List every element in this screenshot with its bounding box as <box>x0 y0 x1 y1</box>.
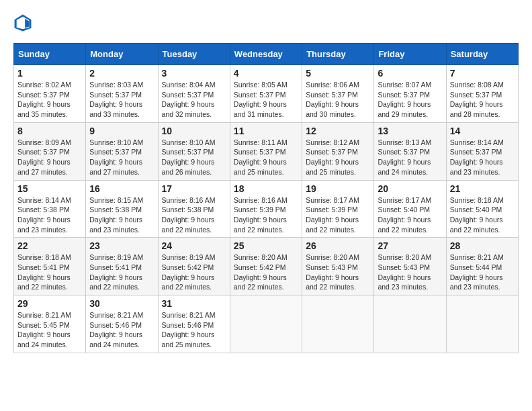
day-info: Sunrise: 8:17 AM Sunset: 5:39 PM Dayligh… <box>306 195 370 235</box>
header-wednesday: Wednesday <box>230 44 302 65</box>
calendar-day-cell: 14 Sunrise: 8:14 AM Sunset: 5:37 PM Dayl… <box>446 122 518 180</box>
day-info: Sunrise: 8:20 AM Sunset: 5:43 PM Dayligh… <box>378 253 442 292</box>
day-number: 22 <box>17 240 82 251</box>
day-info: Sunrise: 8:05 AM Sunset: 5:37 PM Dayligh… <box>234 80 298 120</box>
day-info: Sunrise: 8:16 AM Sunset: 5:39 PM Dayligh… <box>234 195 298 235</box>
day-info: Sunrise: 8:19 AM Sunset: 5:42 PM Dayligh… <box>162 253 226 292</box>
calendar-day-cell: 12 Sunrise: 8:12 AM Sunset: 5:37 PM Dayl… <box>302 122 374 180</box>
calendar-day-cell: 23 Sunrise: 8:19 AM Sunset: 5:41 PM Dayl… <box>86 238 158 295</box>
calendar-day-cell: 9 Sunrise: 8:10 AM Sunset: 5:37 PM Dayli… <box>86 122 158 180</box>
calendar-day-cell: 18 Sunrise: 8:16 AM Sunset: 5:39 PM Dayl… <box>230 180 302 238</box>
calendar-empty-cell <box>446 295 518 353</box>
day-number: 4 <box>234 68 298 79</box>
day-number: 9 <box>89 126 154 136</box>
day-info: Sunrise: 8:10 AM Sunset: 5:37 PM Dayligh… <box>89 138 154 177</box>
day-info: Sunrise: 8:09 AM Sunset: 5:37 PM Dayligh… <box>17 138 82 177</box>
day-number: 14 <box>450 126 515 136</box>
day-info: Sunrise: 8:04 AM Sunset: 5:37 PM Dayligh… <box>162 80 226 120</box>
calendar-day-cell: 31 Sunrise: 8:21 AM Sunset: 5:46 PM Dayl… <box>158 295 230 353</box>
day-number: 30 <box>89 298 154 309</box>
logo <box>13 13 35 32</box>
day-info: Sunrise: 8:14 AM Sunset: 5:38 PM Dayligh… <box>17 195 82 235</box>
calendar-day-cell: 16 Sunrise: 8:15 AM Sunset: 5:38 PM Dayl… <box>86 180 158 238</box>
calendar-day-cell: 15 Sunrise: 8:14 AM Sunset: 5:38 PM Dayl… <box>14 180 86 238</box>
calendar-day-cell: 4 Sunrise: 8:05 AM Sunset: 5:37 PM Dayli… <box>230 65 302 123</box>
calendar-day-cell: 24 Sunrise: 8:19 AM Sunset: 5:42 PM Dayl… <box>158 238 230 295</box>
calendar-week-row: 15 Sunrise: 8:14 AM Sunset: 5:38 PM Dayl… <box>14 180 519 238</box>
day-number: 2 <box>89 68 154 79</box>
calendar-day-cell: 7 Sunrise: 8:08 AM Sunset: 5:37 PM Dayli… <box>446 65 518 123</box>
calendar-day-cell: 6 Sunrise: 8:07 AM Sunset: 5:37 PM Dayli… <box>374 65 446 123</box>
day-info: Sunrise: 8:21 AM Sunset: 5:46 PM Dayligh… <box>89 310 154 350</box>
day-info: Sunrise: 8:16 AM Sunset: 5:38 PM Dayligh… <box>162 195 226 235</box>
calendar-day-cell: 5 Sunrise: 8:06 AM Sunset: 5:37 PM Dayli… <box>302 65 374 123</box>
day-number: 29 <box>17 298 82 309</box>
calendar-day-cell: 17 Sunrise: 8:16 AM Sunset: 5:38 PM Dayl… <box>158 180 230 238</box>
calendar-day-cell: 26 Sunrise: 8:20 AM Sunset: 5:43 PM Dayl… <box>302 238 374 295</box>
calendar-empty-cell <box>302 295 374 353</box>
day-number: 26 <box>306 240 370 251</box>
day-number: 3 <box>162 68 226 79</box>
day-info: Sunrise: 8:17 AM Sunset: 5:40 PM Dayligh… <box>378 195 442 235</box>
calendar-week-row: 29 Sunrise: 8:21 AM Sunset: 5:45 PM Dayl… <box>14 295 519 353</box>
day-info: Sunrise: 8:20 AM Sunset: 5:42 PM Dayligh… <box>234 253 298 292</box>
day-info: Sunrise: 8:03 AM Sunset: 5:37 PM Dayligh… <box>89 80 154 120</box>
day-number: 7 <box>450 68 515 79</box>
day-info: Sunrise: 8:12 AM Sunset: 5:37 PM Dayligh… <box>306 138 370 177</box>
calendar-week-row: 22 Sunrise: 8:18 AM Sunset: 5:41 PM Dayl… <box>14 238 519 295</box>
day-info: Sunrise: 8:11 AM Sunset: 5:37 PM Dayligh… <box>234 138 298 177</box>
day-info: Sunrise: 8:18 AM Sunset: 5:40 PM Dayligh… <box>450 195 515 235</box>
calendar-week-row: 8 Sunrise: 8:09 AM Sunset: 5:37 PM Dayli… <box>14 122 519 180</box>
calendar-day-cell: 2 Sunrise: 8:03 AM Sunset: 5:37 PM Dayli… <box>86 65 158 123</box>
day-info: Sunrise: 8:20 AM Sunset: 5:43 PM Dayligh… <box>306 253 370 292</box>
day-number: 28 <box>450 240 515 251</box>
day-number: 15 <box>17 183 82 194</box>
day-info: Sunrise: 8:21 AM Sunset: 5:45 PM Dayligh… <box>17 310 82 350</box>
calendar-day-cell: 19 Sunrise: 8:17 AM Sunset: 5:39 PM Dayl… <box>302 180 374 238</box>
calendar-day-cell: 3 Sunrise: 8:04 AM Sunset: 5:37 PM Dayli… <box>158 65 230 123</box>
day-info: Sunrise: 8:10 AM Sunset: 5:37 PM Dayligh… <box>162 138 226 177</box>
day-info: Sunrise: 8:18 AM Sunset: 5:41 PM Dayligh… <box>17 253 82 292</box>
day-info: Sunrise: 8:19 AM Sunset: 5:41 PM Dayligh… <box>89 253 154 292</box>
calendar-day-cell: 11 Sunrise: 8:11 AM Sunset: 5:37 PM Dayl… <box>230 122 302 180</box>
day-info: Sunrise: 8:13 AM Sunset: 5:37 PM Dayligh… <box>378 138 442 177</box>
day-number: 5 <box>306 68 370 79</box>
weekday-header-row: Sunday Monday Tuesday Wednesday Thursday… <box>14 44 519 65</box>
day-info: Sunrise: 8:14 AM Sunset: 5:37 PM Dayligh… <box>450 138 515 177</box>
day-number: 11 <box>234 126 298 136</box>
page-header <box>13 13 519 32</box>
day-info: Sunrise: 8:15 AM Sunset: 5:38 PM Dayligh… <box>89 195 154 235</box>
day-info: Sunrise: 8:06 AM Sunset: 5:37 PM Dayligh… <box>306 80 370 120</box>
day-number: 13 <box>378 126 442 136</box>
header-tuesday: Tuesday <box>158 44 230 65</box>
day-number: 6 <box>378 68 442 79</box>
day-number: 31 <box>162 298 226 309</box>
day-number: 8 <box>17 126 82 136</box>
day-number: 21 <box>450 183 515 194</box>
day-number: 20 <box>378 183 442 194</box>
day-info: Sunrise: 8:08 AM Sunset: 5:37 PM Dayligh… <box>450 80 515 120</box>
day-info: Sunrise: 8:07 AM Sunset: 5:37 PM Dayligh… <box>378 80 442 120</box>
calendar-week-row: 1 Sunrise: 8:02 AM Sunset: 5:37 PM Dayli… <box>14 65 519 123</box>
day-number: 25 <box>234 240 298 251</box>
day-info: Sunrise: 8:02 AM Sunset: 5:37 PM Dayligh… <box>17 80 82 120</box>
day-info: Sunrise: 8:21 AM Sunset: 5:44 PM Dayligh… <box>450 253 515 292</box>
calendar-day-cell: 8 Sunrise: 8:09 AM Sunset: 5:37 PM Dayli… <box>14 122 86 180</box>
day-number: 23 <box>89 240 154 251</box>
day-number: 27 <box>378 240 442 251</box>
calendar-day-cell: 29 Sunrise: 8:21 AM Sunset: 5:45 PM Dayl… <box>14 295 86 353</box>
day-number: 10 <box>162 126 226 136</box>
calendar-day-cell: 27 Sunrise: 8:20 AM Sunset: 5:43 PM Dayl… <box>374 238 446 295</box>
calendar-day-cell: 21 Sunrise: 8:18 AM Sunset: 5:40 PM Dayl… <box>446 180 518 238</box>
day-number: 12 <box>306 126 370 136</box>
day-number: 17 <box>162 183 226 194</box>
day-number: 16 <box>89 183 154 194</box>
calendar-day-cell: 10 Sunrise: 8:10 AM Sunset: 5:37 PM Dayl… <box>158 122 230 180</box>
header-sunday: Sunday <box>14 44 86 65</box>
calendar-day-cell: 20 Sunrise: 8:17 AM Sunset: 5:40 PM Dayl… <box>374 180 446 238</box>
calendar-day-cell: 30 Sunrise: 8:21 AM Sunset: 5:46 PM Dayl… <box>86 295 158 353</box>
logo-icon <box>13 13 32 32</box>
day-number: 24 <box>162 240 226 251</box>
header-monday: Monday <box>86 44 158 65</box>
header-saturday: Saturday <box>446 44 518 65</box>
